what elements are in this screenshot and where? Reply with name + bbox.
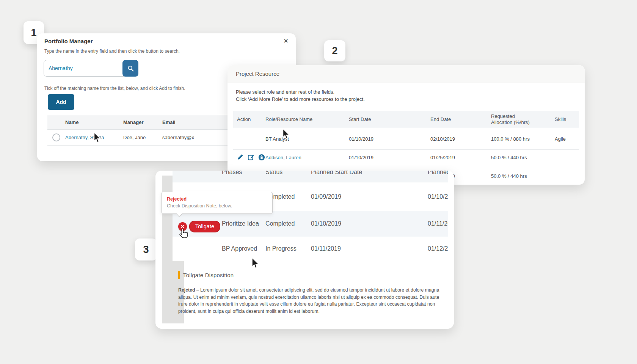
end-date: 01/25/2019 <box>430 155 491 160</box>
edit-box-icon[interactable] <box>248 154 254 161</box>
phase-status: Completed <box>265 220 311 227</box>
table-row: BT Analyst 01/10/2019 02/10/2019 100.0 %… <box>233 128 579 150</box>
tooltip-body: Check Disposition Note, below. <box>167 202 267 209</box>
row-radio-button[interactable] <box>52 133 60 141</box>
table-row: Addison, Lauren 01/10/2019 01/25/2019 50… <box>233 150 579 165</box>
col-header-status: Status <box>265 171 311 176</box>
role-name: BT Analyst <box>265 136 349 142</box>
skills: Agile <box>555 136 579 142</box>
planned-end-date: 01/12/2019 <box>428 245 448 252</box>
phase-name: Prioritize Idea <box>222 220 265 227</box>
result-manager: Doe, Jane <box>123 135 162 140</box>
start-date: 01/10/2019 <box>349 155 430 160</box>
phase-table-fragment: Phases Status Planned Start Date Planned… <box>173 171 448 262</box>
phase-table: Phases Status Planned Start Date Planned… <box>173 171 448 261</box>
end-date: 02/10/2019 <box>430 136 491 142</box>
disposition-lead: Rejcted <box>178 287 195 293</box>
step-badge-3: 3 <box>135 238 157 260</box>
step-badge-2: 2 <box>324 40 345 61</box>
tollgate-button[interactable]: Tollgate <box>189 221 220 232</box>
phase-tollgate-panel: Phases Status Planned Start Date Planned… <box>155 171 454 329</box>
phase-status: In Progress <box>265 245 311 252</box>
col-header-name: Name <box>65 119 123 125</box>
instruction-line-1: Please select role and enter rest of the… <box>236 88 365 96</box>
start-date: 01/10/2019 <box>349 136 430 142</box>
planned-end-date: 01/10/2019 <box>428 193 448 200</box>
col-header-action: Action <box>233 116 265 122</box>
requested-allocation: 50.0 % / 440 hrs <box>491 173 555 179</box>
search-field-group <box>44 60 138 77</box>
delete-trash-icon[interactable] <box>258 154 265 161</box>
search-instruction-text: Type the name in the entry field and the… <box>44 49 180 54</box>
step-badge-1-label: 1 <box>31 27 36 39</box>
rejected-tooltip: Rejected Check Disposition Note, below. <box>161 192 273 214</box>
heading-accent-bar <box>178 271 180 279</box>
close-icon[interactable]: × <box>281 36 291 46</box>
col-header-phases: Phases <box>222 171 265 176</box>
disposition-body: – Lorem ipsum dolor sit amet, consectetu… <box>178 287 439 314</box>
col-header-manager: Manager <box>123 119 162 125</box>
requested-allocation: 100.0 % / 880 hrs <box>491 136 555 142</box>
tooltip-title: Rejected <box>167 196 267 202</box>
table-row: ✕ Tollgate Prioritize Idea Completed 01/… <box>173 211 448 237</box>
project-resource-panel: Project Resource Please select role and … <box>228 65 585 185</box>
panel-title-bar: Project Resource <box>228 65 585 83</box>
edit-pencil-icon[interactable] <box>237 154 244 161</box>
col-header-planned-start: Planned Start Date <box>311 171 428 176</box>
instruction-line-2: Click ‘Add More Role’ to add more resour… <box>236 96 365 103</box>
phase-name: BP Approved <box>222 245 265 252</box>
col-header-skills: Skills <box>555 116 579 122</box>
result-name-link[interactable]: Abernathy, Syeda <box>65 135 123 140</box>
planned-start-date: 01/10/2019 <box>311 220 428 227</box>
disposition-note: Rejcted – Lorem ipsum dolor sit amet, co… <box>178 287 440 315</box>
role-name-link[interactable]: Addison, Lauren <box>265 155 349 160</box>
col-header-allocation: Requested Allocation (%/hrs) <box>491 113 555 126</box>
planned-start-date: 01/11/2019 <box>311 245 428 252</box>
add-button[interactable]: Add <box>48 94 74 110</box>
panel-title: Project Resource <box>236 71 279 77</box>
panel-instructions: Please select role and enter rest of the… <box>236 88 365 103</box>
search-input[interactable] <box>44 60 124 76</box>
planned-start-date: 01/09/2019 <box>311 193 428 200</box>
table-row: BP Approved In Progress 01/11/2019 01/12… <box>173 237 448 261</box>
step-badge-3-label: 3 <box>143 244 149 256</box>
search-icon <box>127 65 134 72</box>
requested-allocation: 50.0 % / 440 hrs <box>491 155 555 160</box>
page-background: 1 2 3 Portfolio Manager Type the name in… <box>0 0 637 364</box>
tollgate-rejected-icon[interactable]: ✕ <box>178 222 187 231</box>
tick-instruction-text: Tick off the matching name from the list… <box>44 86 185 91</box>
col-header-role: Role/Resource Name <box>265 116 349 122</box>
phase-header-row: Phases Status Planned Start Date Planned… <box>173 171 448 182</box>
planned-end-date: 01/11/2019 <box>428 220 448 227</box>
col-header-end: End Date <box>430 116 491 122</box>
col-header-planned-end: Planned E <box>428 171 448 176</box>
resource-header-row: Action Role/Resource Name Start Date End… <box>233 111 579 128</box>
dialog-title: Portfolio Manager <box>44 38 93 44</box>
search-button[interactable] <box>122 60 138 77</box>
col-header-start: Start Date <box>349 116 430 122</box>
tollgate-disposition-heading: Tollgate Disposition <box>178 271 234 279</box>
step-badge-2-label: 2 <box>332 45 337 57</box>
